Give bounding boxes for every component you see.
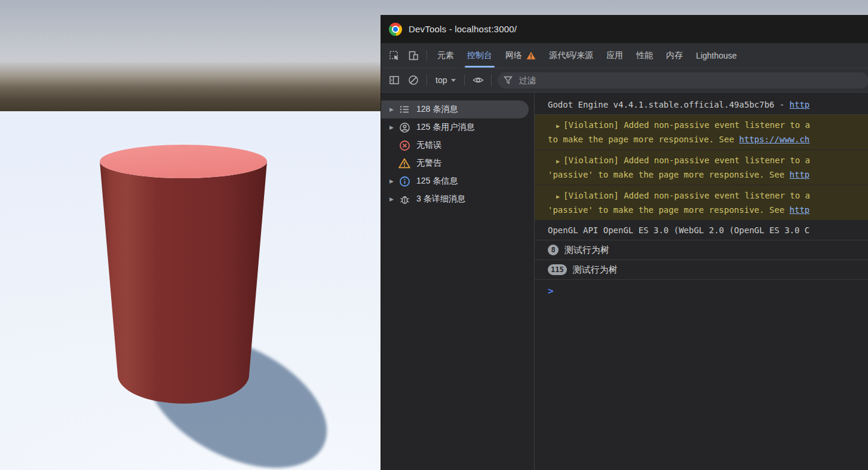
violation-line2: 'passive' to make the page more responsi… bbox=[548, 168, 864, 181]
user-icon-wrap bbox=[398, 121, 410, 133]
tab-console[interactable]: 控制台 bbox=[461, 43, 499, 68]
violation-text: to make the page more responsive. See bbox=[548, 135, 739, 144]
tab-label: Lighthouse bbox=[696, 51, 737, 60]
expand-arrow-icon[interactable]: ▶ bbox=[556, 193, 560, 200]
expand-arrow-icon[interactable]: ▶ bbox=[556, 158, 560, 164]
sidebar-item-warnings[interactable]: 无警告 bbox=[381, 154, 534, 172]
sidebar-item-label: 125 条信息 bbox=[416, 176, 458, 187]
user-icon bbox=[399, 122, 410, 133]
expand-arrow-icon[interactable]: ▶ bbox=[388, 178, 395, 184]
tab-label: 控制台 bbox=[467, 50, 492, 61]
sidebar-item-label: 125 条用户消息 bbox=[416, 122, 474, 133]
toolbar-separator bbox=[427, 75, 427, 86]
tab-label: 内存 bbox=[666, 50, 683, 61]
info-icon bbox=[399, 176, 410, 187]
warning-triangle-icon bbox=[526, 51, 536, 60]
tab-label: 元素 bbox=[437, 50, 454, 61]
console-prompt[interactable]: > bbox=[535, 280, 868, 300]
repeat-count-badge: 115 bbox=[548, 264, 567, 275]
tab-sources[interactable]: 源代码/来源 bbox=[542, 43, 600, 68]
execution-context-selector[interactable]: top bbox=[431, 75, 461, 85]
toolbar-separator bbox=[427, 50, 427, 61]
screen: DevTools - localhost:3000/ 元素控制台网络源代码/来源… bbox=[0, 0, 868, 470]
violation-line1: ▶[Violation] Added non-passive event lis… bbox=[548, 189, 864, 203]
violation-line2: 'passive' to make the page more responsi… bbox=[548, 203, 864, 216]
sidebar-item-user-messages[interactable]: ▶125 条用户消息 bbox=[381, 118, 534, 136]
tab-label: 网络 bbox=[505, 50, 522, 61]
message-text: 测试行为树 bbox=[573, 263, 618, 276]
violation-text: [Violation] Added non-passive event list… bbox=[563, 120, 810, 130]
message-link[interactable]: http bbox=[790, 205, 810, 215]
filter-funnel-icon bbox=[504, 76, 513, 84]
console-filter-field[interactable] bbox=[498, 72, 868, 88]
tab-elements[interactable]: 元素 bbox=[431, 43, 461, 68]
list-icon bbox=[399, 104, 410, 115]
sidebar-item-label: 无错误 bbox=[416, 140, 441, 151]
expand-arrow-icon[interactable]: ▶ bbox=[556, 123, 560, 129]
console-message-info: Godot Engine v4.4.1.stable.official.49a5… bbox=[535, 95, 868, 115]
tab-strip: 元素控制台网络源代码/来源应用性能内存Lighthouse bbox=[431, 43, 743, 68]
sidebar-item-label: 3 条详细消息 bbox=[416, 194, 465, 205]
message-text: 测试行为树 bbox=[565, 243, 609, 257]
tab-label: 应用 bbox=[606, 50, 623, 61]
console-messages: Godot Engine v4.4.1.stable.official.49a5… bbox=[534, 93, 868, 470]
filter-input[interactable] bbox=[517, 75, 848, 86]
live-expression-eye-button[interactable] bbox=[468, 71, 487, 89]
sidebar-item-info[interactable]: ▶125 条信息 bbox=[381, 172, 534, 190]
violation-text: [Violation] Added non-passive event list… bbox=[563, 191, 810, 200]
cylinder-body bbox=[100, 161, 267, 404]
violation-line1: ▶[Violation] Added non-passive event lis… bbox=[548, 154, 864, 168]
message-text: Godot Engine v4.4.1.stable.official.49a5… bbox=[548, 100, 790, 109]
console-message-violation: ▶[Violation] Added non-passive event lis… bbox=[535, 115, 868, 150]
expand-arrow-icon[interactable]: ▶ bbox=[388, 196, 395, 202]
violation-line1: ▶[Violation] Added non-passive event lis… bbox=[548, 118, 864, 133]
cylinder-top bbox=[100, 145, 267, 178]
console-toolbar: top bbox=[381, 68, 868, 93]
inspect-element-button[interactable] bbox=[385, 47, 404, 65]
console-sidebar-toggle-button[interactable] bbox=[385, 71, 404, 89]
context-label: top bbox=[435, 75, 447, 85]
violation-text: [Violation] Added non-passive event list… bbox=[563, 155, 810, 165]
device-toolbar-button[interactable] bbox=[404, 47, 423, 65]
sidebar-item-errors[interactable]: 无错误 bbox=[381, 136, 534, 154]
verbose-icon-wrap bbox=[398, 193, 410, 205]
repeat-count-badge: 8 bbox=[548, 245, 559, 255]
window-title: DevTools - localhost:3000/ bbox=[409, 24, 517, 34]
toolbar-separator bbox=[464, 75, 465, 86]
error-icon-wrap bbox=[398, 139, 410, 151]
error-icon bbox=[399, 140, 410, 151]
expand-arrow-icon[interactable]: ▶ bbox=[388, 124, 395, 130]
toolbar-separator bbox=[491, 75, 492, 86]
message-link[interactable]: http bbox=[790, 170, 810, 179]
expand-arrow-icon[interactable]: ▶ bbox=[388, 106, 395, 112]
devtools-tabbar: 元素控制台网络源代码/来源应用性能内存Lighthouse bbox=[381, 43, 868, 68]
scene-3d-render bbox=[0, 0, 381, 470]
sidebar-item-all-messages[interactable]: ▶128 条消息 bbox=[381, 100, 529, 118]
list-icon-wrap bbox=[398, 103, 410, 115]
console-sidebar: ▶128 条消息▶125 条用户消息无错误无警告▶125 条信息▶3 条详细消息 bbox=[381, 93, 534, 470]
clear-console-button[interactable] bbox=[404, 71, 423, 89]
sidebar-item-verbose[interactable]: ▶3 条详细消息 bbox=[381, 190, 534, 208]
tab-label: 源代码/来源 bbox=[549, 50, 593, 61]
tab-lighthouse[interactable]: Lighthouse bbox=[689, 43, 744, 68]
tab-network[interactable]: 网络 bbox=[499, 43, 542, 68]
devtools-window: DevTools - localhost:3000/ 元素控制台网络源代码/来源… bbox=[381, 15, 868, 470]
chrome-logo-icon bbox=[389, 23, 402, 36]
tab-performance[interactable]: 性能 bbox=[630, 43, 660, 68]
message-link[interactable]: http bbox=[790, 100, 810, 109]
console-message-violation: ▶[Violation] Added non-passive event lis… bbox=[535, 150, 868, 185]
tab-application[interactable]: 应用 bbox=[600, 43, 630, 68]
tab-memory[interactable]: 内存 bbox=[660, 43, 689, 68]
warning-icon-wrap bbox=[398, 157, 410, 169]
console-message-info: OpenGL API OpenGL ES 3.0 (WebGL 2.0 (Ope… bbox=[535, 221, 868, 240]
message-link[interactable]: https://www.ch bbox=[739, 135, 809, 144]
sidebar-item-label: 无警告 bbox=[416, 158, 441, 169]
violation-text: 'passive' to make the page more responsi… bbox=[548, 205, 790, 215]
devtools-titlebar: DevTools - localhost:3000/ bbox=[381, 15, 868, 43]
violation-line2: to make the page more responsive. See ht… bbox=[548, 133, 864, 146]
violation-text: 'passive' to make the page more responsi… bbox=[548, 170, 790, 179]
warning-icon bbox=[398, 158, 410, 169]
console-message-repeated: 8测试行为树 bbox=[535, 240, 868, 260]
console-message-repeated: 115测试行为树 bbox=[535, 260, 868, 280]
console-message-violation: ▶[Violation] Added non-passive event lis… bbox=[535, 185, 868, 221]
